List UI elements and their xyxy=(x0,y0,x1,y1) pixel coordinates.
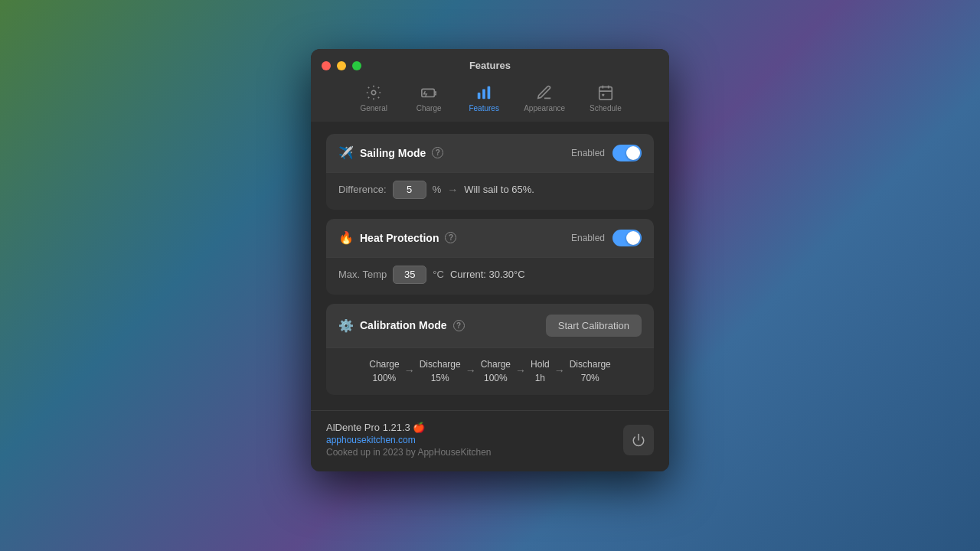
sailing-mode-toggle[interactable] xyxy=(612,145,642,161)
tab-appearance[interactable]: Appearance xyxy=(511,79,577,119)
difference-input[interactable] xyxy=(393,181,426,199)
max-temp-label: Max. Temp xyxy=(338,269,387,280)
sailing-icon: ✈️ xyxy=(338,145,354,160)
tab-features[interactable]: Features xyxy=(456,79,511,119)
calibration-flow: Charge 100% → Discharge 15% → Charge 100… xyxy=(326,347,654,395)
calibration-mode-title: Calibration Mode xyxy=(360,319,447,331)
current-temp: Current: 30.30°C xyxy=(450,269,525,280)
sailing-mode-enabled-label: Enabled xyxy=(571,148,605,158)
power-button[interactable] xyxy=(623,425,654,455)
sailing-mode-body: Difference: % → Will sail to 65%. xyxy=(326,172,654,210)
tab-charge-label: Charge xyxy=(416,104,442,112)
calibration-mode-section: ⚙️ Calibration Mode ? Start Calibration … xyxy=(326,304,654,395)
svg-rect-1 xyxy=(422,89,435,96)
footer-link[interactable]: apphousekitchen.com xyxy=(326,435,492,445)
max-temp-input[interactable] xyxy=(393,266,426,284)
gear-icon xyxy=(365,83,382,102)
heat-protection-section: 🔥 Heat Protection ? Enabled Max. Temp °C… xyxy=(326,219,654,295)
sailing-mode-section: ✈️ Sailing Mode ? Enabled Difference: % … xyxy=(326,134,654,210)
tab-charge[interactable]: Charge xyxy=(401,79,456,119)
tab-general-label: General xyxy=(360,104,387,112)
flow-step-3-line2: 100% xyxy=(484,373,508,385)
tab-schedule[interactable]: Schedule xyxy=(577,79,634,119)
titlebar: Features General xyxy=(311,49,669,122)
flow-arrow-2: → xyxy=(466,364,476,380)
svg-rect-4 xyxy=(482,89,485,99)
svg-rect-6 xyxy=(599,87,612,100)
footer-info: AlDente Pro 1.21.3 🍎 apphousekitchen.com… xyxy=(326,422,492,458)
flow-step-3: Charge 100% xyxy=(481,359,511,384)
flow-step-5: Discharge 70% xyxy=(570,359,611,384)
flow-step-4-line1: Hold xyxy=(531,359,550,371)
window-title: Features xyxy=(469,60,511,71)
pencil-icon xyxy=(536,83,553,102)
flow-step-5-line1: Discharge xyxy=(570,359,611,371)
heat-protection-field-row: Max. Temp °C Current: 30.30°C xyxy=(338,266,642,284)
flow-step-2: Discharge 15% xyxy=(420,359,461,384)
heat-protection-header: 🔥 Heat Protection ? Enabled xyxy=(326,219,654,257)
calendar-icon xyxy=(597,83,614,102)
heat-icon: 🔥 xyxy=(338,230,354,245)
flow-step-1-line2: 100% xyxy=(373,373,397,385)
tab-appearance-label: Appearance xyxy=(524,104,565,112)
battery-icon xyxy=(420,83,437,102)
flow-step-1-line1: Charge xyxy=(369,359,399,371)
toolbar: General Charge xyxy=(323,79,657,122)
flow-step-2-line1: Discharge xyxy=(420,359,461,371)
heat-protection-title: Heat Protection xyxy=(360,232,439,244)
calibration-mode-help-icon[interactable]: ? xyxy=(453,320,465,331)
tab-features-label: Features xyxy=(469,104,498,112)
flow-step-4: Hold 1h xyxy=(531,359,550,384)
maximize-button[interactable] xyxy=(352,61,361,70)
footer-credit: Cooked up in 2023 by AppHouseKitchen xyxy=(326,447,492,458)
close-button[interactable] xyxy=(322,61,331,70)
app-name: AlDente Pro 1.21.3 🍎 xyxy=(326,422,492,433)
sailing-mode-title-group: ✈️ Sailing Mode ? xyxy=(338,145,443,160)
sailing-mode-field-row: Difference: % → Will sail to 65%. xyxy=(338,181,642,199)
content-area: ✈️ Sailing Mode ? Enabled Difference: % … xyxy=(311,122,669,410)
heat-protection-toggle[interactable] xyxy=(612,230,642,246)
sail-description: Will sail to 65%. xyxy=(464,184,534,195)
heat-protection-title-group: 🔥 Heat Protection ? xyxy=(338,230,456,245)
footer: AlDente Pro 1.21.3 🍎 apphousekitchen.com… xyxy=(311,410,669,471)
heat-protection-help-icon[interactable]: ? xyxy=(445,232,456,243)
calibration-icon: ⚙️ xyxy=(338,318,354,333)
flow-step-2-line2: 15% xyxy=(431,373,449,385)
heat-protection-body: Max. Temp °C Current: 30.30°C xyxy=(326,257,654,295)
sailing-mode-help-icon[interactable]: ? xyxy=(432,147,443,158)
flow-step-5-line2: 70% xyxy=(581,373,599,385)
window-controls xyxy=(322,61,361,70)
sailing-mode-control: Enabled xyxy=(571,145,642,161)
tab-general[interactable]: General xyxy=(346,79,401,119)
sail-arrow-icon: → xyxy=(447,184,458,196)
difference-label: Difference: xyxy=(338,184,387,195)
calibration-mode-header: ⚙️ Calibration Mode ? Start Calibration xyxy=(326,304,654,347)
heat-protection-enabled-label: Enabled xyxy=(571,233,605,243)
sailing-mode-title: Sailing Mode xyxy=(360,147,426,159)
svg-point-0 xyxy=(371,90,376,95)
difference-unit: % xyxy=(433,184,442,195)
svg-rect-5 xyxy=(488,86,491,99)
tab-schedule-label: Schedule xyxy=(590,104,622,112)
max-temp-unit: °C xyxy=(433,269,444,280)
svg-rect-3 xyxy=(478,93,481,99)
svg-rect-10 xyxy=(602,94,604,96)
flow-steps: Charge 100% → Discharge 15% → Charge 100… xyxy=(338,359,642,384)
flow-step-4-line2: 1h xyxy=(535,373,545,385)
flow-step-1: Charge 100% xyxy=(369,359,399,384)
calibration-mode-title-group: ⚙️ Calibration Mode ? xyxy=(338,318,465,333)
heat-protection-control: Enabled xyxy=(571,230,642,246)
start-calibration-button[interactable]: Start Calibration xyxy=(546,315,642,337)
chart-icon xyxy=(475,83,492,102)
main-window: Features General xyxy=(311,49,669,471)
flow-arrow-4: → xyxy=(554,364,565,380)
flow-step-3-line1: Charge xyxy=(481,359,511,371)
minimize-button[interactable] xyxy=(337,61,346,70)
flow-arrow-3: → xyxy=(515,364,526,380)
sailing-mode-header: ✈️ Sailing Mode ? Enabled xyxy=(326,134,654,172)
flow-arrow-1: → xyxy=(404,364,415,380)
